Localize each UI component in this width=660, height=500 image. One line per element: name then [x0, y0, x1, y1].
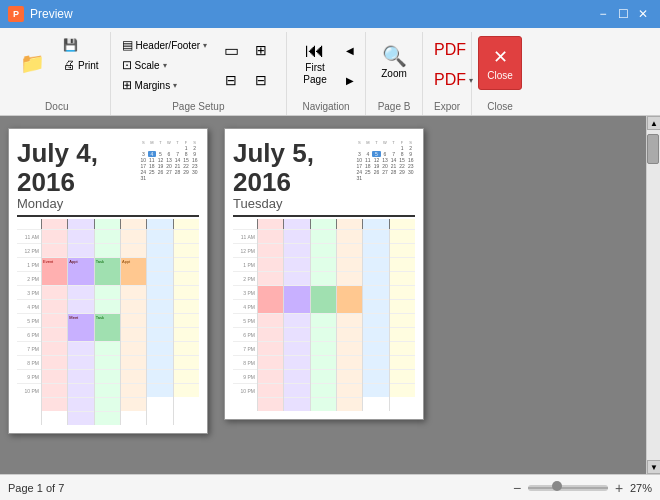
folder-icon: 📁	[20, 53, 45, 73]
zoom-slider[interactable]	[528, 485, 608, 491]
page-rows-btn[interactable]: ⊟	[250, 66, 280, 94]
rows-icon: ⊟	[255, 72, 267, 88]
zoom-buttons: 🔍 Zoom	[372, 36, 416, 99]
zoom-icon: 🔍	[382, 46, 407, 66]
print-button[interactable]: 🖨 Print	[58, 56, 104, 74]
mini-calendar-2: SMTWTFS 12 3456789 10111213141516 171819…	[355, 139, 415, 181]
status-bar: Page 1 of 7 − + 27%	[0, 474, 660, 500]
scroll-down-button[interactable]: ▼	[647, 460, 660, 474]
vertical-scrollbar[interactable]: ▲ ▼	[646, 116, 660, 474]
col-header-6	[173, 219, 199, 229]
export-buttons: PDF PDF ▾	[429, 36, 465, 99]
export-label: Expor	[429, 99, 465, 115]
prev-page-button[interactable]: ◀	[341, 36, 359, 64]
export1-icon: PDF	[434, 41, 466, 59]
page-setup-btn1[interactable]: ▭	[216, 36, 246, 64]
ribbon: 📁 💾 🖨 Print Docu ▤ Header/Footer	[0, 28, 660, 116]
window-controls: − ☐ ✕	[594, 5, 652, 23]
col-header-5	[146, 219, 172, 229]
zoom-level: 27%	[630, 482, 652, 494]
print-icon: 🖨	[63, 58, 75, 72]
col-header-1	[41, 219, 67, 229]
zoom-track	[528, 487, 608, 489]
time-labels-2: 11 AM 12 PM 1 PM 2 PM 3 PM 4 PM 5 PM 6 P…	[233, 229, 257, 411]
zoom-group-label: Page B	[372, 99, 416, 115]
page-1-day: Monday	[17, 196, 199, 211]
page-setup-buttons: ▤ Header/Footer ▾ ⊡ Scale ▾ ⊞ Margins ▾ …	[117, 36, 280, 99]
col-header-2	[67, 219, 93, 229]
close-button[interactable]: ✕ Close	[478, 36, 522, 90]
page-2-day: Tuesday	[233, 196, 415, 211]
navigation-buttons: ⏮ First Page ◀ ▶	[293, 36, 359, 99]
zoom-thumb[interactable]	[552, 481, 562, 491]
scale-icon: ⊡	[122, 58, 132, 72]
page-2-preview: SMTWTFS 12 3456789 10111213141516 171819…	[224, 128, 424, 420]
p2-col-1	[257, 229, 283, 411]
window-title: Preview	[30, 7, 73, 21]
ribbon-group-page-setup: ▤ Header/Footer ▾ ⊡ Scale ▾ ⊞ Margins ▾ …	[111, 32, 287, 115]
col-header-3	[94, 219, 120, 229]
header-footer-label: Header/Footer	[136, 40, 200, 51]
page-setup-btn2[interactable]: ⊟	[216, 66, 246, 94]
save-button[interactable]: 💾	[58, 36, 104, 54]
cols-icon: ⊞	[255, 42, 267, 58]
save-icon: 💾	[63, 38, 78, 52]
margins-arrow: ▾	[173, 81, 177, 90]
schedule-2-header	[233, 219, 415, 229]
schedule-body-1: 11 AM 12 PM 1 PM 2 PM 3 PM 4 PM 5 PM 6 P…	[17, 229, 199, 425]
next-page-icon: ▶	[346, 75, 354, 86]
p2-col-3	[310, 229, 336, 411]
page-layout-icon: ▭	[224, 41, 239, 60]
navigation-label: Navigation	[293, 99, 359, 115]
day-col-5	[146, 229, 172, 425]
scroll-track[interactable]	[647, 130, 660, 460]
scroll-up-button[interactable]: ▲	[647, 116, 660, 130]
window-close-button[interactable]: ✕	[634, 5, 652, 23]
export-btn1[interactable]: PDF	[429, 36, 465, 64]
docu-label: Docu	[10, 99, 104, 115]
maximize-button[interactable]: ☐	[614, 5, 632, 23]
time-labels-1: 11 AM 12 PM 1 PM 2 PM 3 PM 4 PM 5 PM 6 P…	[17, 229, 41, 425]
page-cols-btn[interactable]: ⊞	[250, 36, 280, 64]
ribbon-group-docu: 📁 💾 🖨 Print Docu	[4, 32, 111, 115]
first-page-button[interactable]: ⏮ First Page	[293, 36, 337, 90]
next-page-button[interactable]: ▶	[341, 66, 359, 94]
minimize-button[interactable]: −	[594, 5, 612, 23]
p2-col-4	[336, 229, 362, 411]
day-columns-2	[257, 229, 415, 411]
prev-page-icon: ◀	[346, 45, 354, 56]
page-1-preview: SMTWTFS 12 3456789 10111213141516 171819…	[8, 128, 208, 434]
title-bar: P Preview − ☐ ✕	[0, 0, 660, 28]
canvas-area[interactable]: SMTWTFS 12 3456789 10111213141516 171819…	[0, 116, 646, 474]
scroll-thumb[interactable]	[647, 134, 659, 164]
zoom-label: Zoom	[381, 68, 407, 80]
ribbon-group-export: PDF PDF ▾ Expor	[423, 32, 472, 115]
p2-col-6	[389, 229, 415, 411]
app-icon: P	[8, 6, 24, 22]
page-1-divider	[17, 215, 199, 217]
col-header-4	[120, 219, 146, 229]
p2-col-2	[283, 229, 309, 411]
ribbon-group-close: ✕ Close Close	[472, 32, 528, 115]
page-2-divider	[233, 215, 415, 217]
header-footer-arrow: ▾	[203, 41, 207, 50]
day-col-2: Appt Meet	[67, 229, 93, 425]
day-columns-1: Event	[41, 229, 199, 425]
zoom-button[interactable]: 🔍 Zoom	[372, 36, 416, 90]
mini-calendar-1: SMTWTFS 12 3456789 10111213141516 171819…	[139, 139, 199, 181]
docu-buttons: 📁 💾 🖨 Print	[10, 36, 104, 99]
page-layout2-icon: ⊟	[225, 72, 237, 88]
export-btn2[interactable]: PDF ▾	[429, 66, 465, 94]
zoom-out-button[interactable]: −	[510, 481, 524, 495]
folder-button[interactable]: 📁	[10, 36, 54, 90]
schedule-body-2: 11 AM 12 PM 1 PM 2 PM 3 PM 4 PM 5 PM 6 P…	[233, 229, 415, 411]
scale-button[interactable]: ⊡ Scale ▾	[117, 56, 212, 74]
close-label: Close	[487, 70, 513, 81]
zoom-in-button[interactable]: +	[612, 481, 626, 495]
header-footer-button[interactable]: ▤ Header/Footer ▾	[117, 36, 212, 54]
ribbon-group-zoom: 🔍 Zoom Page B	[366, 32, 423, 115]
header-footer-icon: ▤	[122, 38, 133, 52]
schedule-1	[17, 219, 199, 229]
day-col-3: Task Task	[94, 229, 120, 425]
margins-button[interactable]: ⊞ Margins ▾	[117, 76, 212, 94]
